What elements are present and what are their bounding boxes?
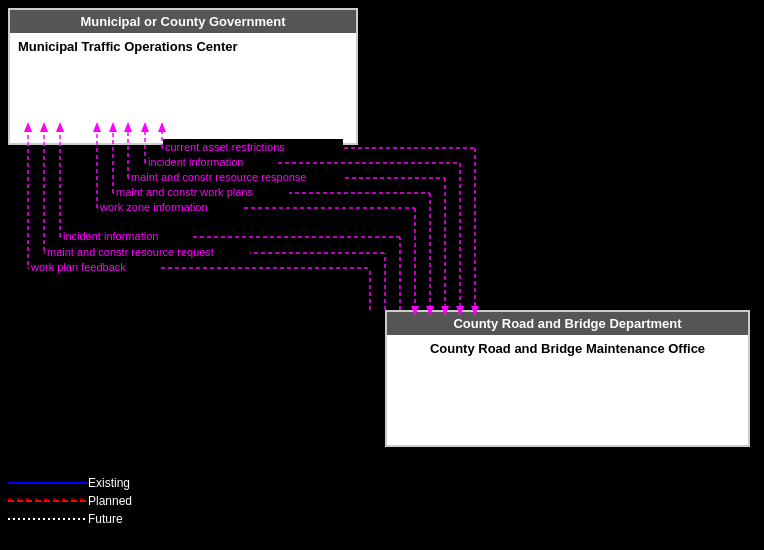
- svg-marker-28: [56, 122, 64, 132]
- legend-future: Future: [8, 512, 132, 526]
- svg-text:incident information: incident information: [148, 156, 243, 168]
- legend-future-label: Future: [88, 512, 123, 526]
- svg-marker-3: [141, 122, 149, 132]
- svg-marker-7: [109, 122, 117, 132]
- svg-marker-9: [93, 122, 101, 132]
- svg-marker-15: [456, 306, 464, 316]
- existing-line-icon: [8, 477, 88, 489]
- svg-marker-1: [158, 122, 166, 132]
- svg-marker-32: [40, 122, 48, 132]
- flow-lines-svg: current asset restrictions incident info…: [0, 0, 764, 550]
- svg-marker-12: [471, 306, 479, 316]
- svg-text:current asset restrictions: current asset restrictions: [165, 141, 285, 153]
- legend-existing: Existing: [8, 476, 132, 490]
- svg-text:incident information: incident information: [63, 230, 158, 242]
- svg-text:work zone information: work zone information: [99, 201, 208, 213]
- svg-text:work plan feedback: work plan feedback: [30, 261, 126, 273]
- future-line-icon: [8, 513, 88, 525]
- legend-existing-label: Existing: [88, 476, 130, 490]
- svg-marker-18: [441, 306, 449, 316]
- svg-text:maint and constr work plans: maint and constr work plans: [116, 186, 253, 198]
- diagram-container: Municipal or County Government Municipal…: [0, 0, 764, 550]
- svg-marker-24: [411, 306, 419, 316]
- svg-marker-36: [24, 122, 32, 132]
- legend-planned-label: Planned: [88, 494, 132, 508]
- legend-planned: Planned: [8, 494, 132, 508]
- svg-marker-21: [426, 306, 434, 316]
- svg-text:maint and constr resource requ: maint and constr resource request: [47, 246, 214, 258]
- svg-marker-5: [124, 122, 132, 132]
- legend: Existing Planned Future: [8, 476, 132, 530]
- planned-line-icon: [8, 495, 88, 507]
- svg-text:maint and constr resource resp: maint and constr resource response: [131, 171, 306, 183]
